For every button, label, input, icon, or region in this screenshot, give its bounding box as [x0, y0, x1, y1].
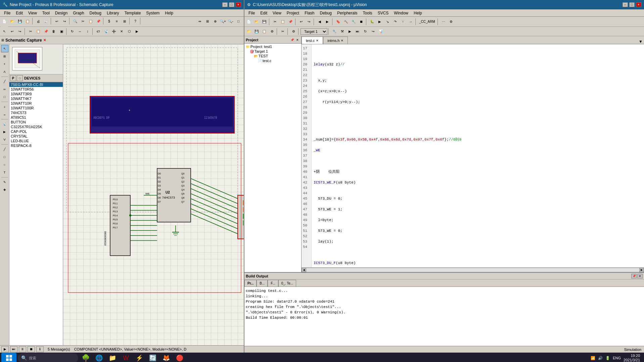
tree-item-project[interactable]: 📁 Project: test1 — [245, 44, 301, 49]
tree-close-btn[interactable]: ✕ — [295, 38, 300, 42]
taskbar-edge[interactable]: 🌐 — [93, 353, 105, 362]
tree-item-test[interactable]: 📂 TEST — [245, 54, 301, 58]
tb-grid[interactable]: ⊞ — [204, 17, 211, 25]
uv-tb2-10[interactable]: ⏭ — [354, 28, 361, 35]
uv-menu-file[interactable]: File — [246, 10, 258, 16]
uv-menu-edit[interactable]: Edit — [258, 10, 270, 16]
uv-menu-debug[interactable]: Debug — [317, 10, 334, 16]
uv-tb-run-to-cursor[interactable]: → — [407, 18, 414, 25]
uv-tb2-5[interactable]: ✂ — [279, 28, 286, 35]
tool-ground[interactable]: ⏛ — [1, 111, 8, 118]
uv-tb-undo[interactable]: ↩ — [297, 18, 305, 25]
device-10watt0r56[interactable]: 10WATT0R56 — [9, 87, 63, 92]
tb-new[interactable]: 📄 — [1, 17, 8, 25]
tb2-mirror-h[interactable]: ↔ — [76, 28, 84, 35]
menu-debug[interactable]: Debug — [87, 10, 104, 16]
tool-box[interactable]: □ — [1, 153, 8, 161]
proteus-minimize-btn[interactable]: ─ — [222, 2, 228, 7]
tb-print2[interactable]: 📰 — [42, 17, 50, 25]
menu-system[interactable]: System — [143, 10, 162, 16]
tb2-circuit[interactable]: ⬡ — [126, 28, 133, 35]
tb-origin[interactable]: ⊕ — [212, 17, 219, 25]
uv-menu-svcs[interactable]: SVCS — [375, 10, 392, 16]
tb2-delete[interactable]: 🗑 — [50, 28, 57, 35]
uv-tb-step-out[interactable]: ↑ — [399, 18, 407, 25]
start-button[interactable] — [1, 353, 16, 362]
tab-intrns[interactable]: intrns.h ✕ — [323, 37, 348, 44]
tool-tape[interactable]: ▶ — [1, 128, 8, 136]
tool-wire[interactable]: ╱ — [1, 78, 8, 85]
device-10watt3r9[interactable]: 10WATT3R9 — [9, 92, 63, 96]
bottom-tab-0[interactable]: 0_. Te... — [278, 280, 296, 287]
bottom-tab-f[interactable]: F... — [268, 280, 278, 287]
tool-probe[interactable]: 📡 — [1, 120, 8, 128]
tree-item-target[interactable]: 🎯 Target 1 — [245, 49, 301, 54]
tb2-cut[interactable]: ✂ — [27, 28, 34, 35]
tool-line[interactable]: ╱ — [1, 146, 8, 153]
tb-redo[interactable]: ↪ — [61, 17, 68, 25]
uv-tb-copy[interactable]: 📋 — [279, 18, 286, 25]
taskbar-wps[interactable]: W — [120, 353, 132, 362]
menu-design[interactable]: Design — [52, 10, 70, 16]
uv-tb-nav-fwd[interactable]: ▶ — [324, 18, 331, 25]
uv-tb-stop-build[interactable]: ⏹ — [358, 18, 365, 25]
uv-minimize-btn[interactable]: ─ — [623, 2, 628, 7]
uv-close-btn[interactable]: ✕ — [636, 2, 641, 7]
tree-pin-btn[interactable]: 📌 — [290, 38, 294, 42]
taskbar-app3[interactable]: 🔄 — [147, 353, 159, 362]
uv-tb-new[interactable]: 📄 — [245, 18, 252, 25]
tool-circle[interactable]: ○ — [1, 161, 8, 168]
device-10watt100r[interactable]: 10WATT100R — [9, 106, 63, 110]
uv-tb-build[interactable]: 🔨 — [342, 18, 350, 25]
device-btn-p[interactable]: P — [10, 75, 16, 81]
device-cap-pol[interactable]: CAP-POL — [9, 129, 63, 134]
code-area[interactable]: 17 18 19 20 21 22 23 24 25 26 27 28 — [302, 44, 644, 267]
stop-btn[interactable]: ⏹ — [28, 346, 35, 352]
scroll-left-btn[interactable]: ◀ — [302, 268, 306, 272]
uv-tb2-3[interactable]: 📋 — [261, 28, 268, 35]
pause-btn[interactable]: ⏸ — [19, 346, 26, 352]
tb2-copy[interactable]: 📋 — [35, 28, 42, 35]
uv-tb-open[interactable]: 📂 — [253, 18, 260, 25]
menu-help[interactable]: Help — [162, 10, 176, 16]
target-dropdown[interactable]: Target 1 — [301, 28, 327, 35]
uv-tb2-6[interactable]: ⚙ — [290, 28, 297, 35]
step-btn[interactable]: ⏭ — [10, 346, 17, 352]
uv-tb2-7[interactable]: 🔧 — [331, 28, 338, 35]
tool-power[interactable]: ⏚ — [1, 103, 8, 110]
tb-zoom-fit[interactable]: ⇔ — [196, 17, 203, 25]
tool-bus[interactable]: ═ — [1, 86, 8, 93]
bottom-tab-pr[interactable]: Pr... — [244, 280, 257, 287]
build-output-close[interactable]: ✕ — [637, 274, 643, 278]
proteus-restore-btn[interactable]: □ — [229, 2, 234, 7]
tb-open[interactable]: 📂 — [8, 17, 16, 25]
tb2-select[interactable]: ↖ — [1, 28, 8, 35]
tb2-sim[interactable]: ▶ — [133, 28, 141, 35]
tb2-tag[interactable]: 🏷 — [95, 28, 102, 35]
editor-close-all[interactable]: ▼ — [639, 39, 643, 44]
tb-paste[interactable]: 📌 — [95, 17, 102, 25]
project-tree-body[interactable]: 📁 Project: test1 🎯 Target 1 📂 TEST — [244, 44, 301, 272]
code-h-scrollbar[interactable]: ◀ ▶ — [302, 267, 644, 272]
taskbar-explorer[interactable]: 🌳 — [80, 353, 92, 362]
bottom-tab-b[interactable]: B... — [257, 280, 268, 287]
uv-tb2-2[interactable]: 💾 — [253, 28, 260, 35]
tb-undo[interactable]: ↩ — [53, 17, 60, 25]
uv-tb-save[interactable]: 💾 — [261, 18, 268, 25]
tb-help[interactable]: ? — [132, 17, 139, 25]
taskbar-app4[interactable]: 🦊 — [160, 353, 172, 362]
device-button[interactable]: BUTTON — [9, 120, 63, 124]
tb2-undo2[interactable]: ↩ — [8, 28, 16, 35]
uv-tb-bookmark[interactable]: 🔖 — [334, 18, 342, 25]
uv-restore-btn[interactable]: □ — [629, 2, 635, 7]
uv-tb2-11[interactable]: ↻ — [362, 28, 369, 35]
taskbar-app5[interactable]: 🔴 — [174, 353, 186, 362]
tb-copy[interactable]: 📋 — [87, 17, 94, 25]
uv-menu-flash[interactable]: Flash — [302, 10, 317, 16]
menu-file[interactable]: File — [1, 10, 13, 16]
proteus-close-btn[interactable]: ✕ — [236, 2, 241, 7]
tool-voltage[interactable]: V — [1, 136, 8, 143]
uv-tb-run[interactable]: ▶ — [376, 18, 383, 25]
device-cap[interactable]: C3225X7R1H225K — [9, 124, 63, 129]
uv-tb2-4[interactable]: ⚙ — [268, 28, 276, 35]
